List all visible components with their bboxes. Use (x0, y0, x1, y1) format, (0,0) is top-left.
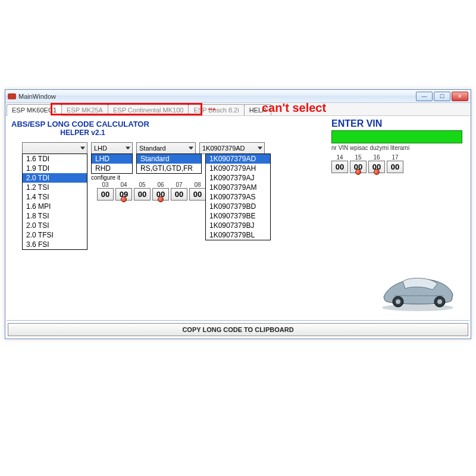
byte-value[interactable]: 00 (134, 188, 151, 201)
dropdown-option[interactable]: 1K0907379AM (206, 183, 270, 192)
copy-long-code-button[interactable]: COPY LONG CODE TO CLIPBOARD (8, 323, 468, 336)
engine-dropdown[interactable]: 1.6 TDI1.9 TDI2.0 TDI1.2 TSI1.4 TSI1.6 M… (22, 154, 87, 250)
window-controls: — ☐ ✕ (415, 92, 468, 101)
drive-dropdown[interactable]: LHDRHD (91, 154, 133, 174)
byte-label: 16 (368, 154, 385, 161)
app-icon (8, 93, 16, 99)
byte-label: 14 (331, 154, 348, 161)
vin-label: ENTER VIN (331, 118, 382, 129)
vin-input[interactable] (331, 130, 462, 143)
dropdown-option[interactable]: 1.2 TSI (23, 183, 87, 192)
byte-value[interactable]: 00 (331, 161, 348, 173)
car-image (373, 265, 462, 312)
tab-esp-mk25a: ESP MK25A (61, 104, 108, 115)
dropdown-option[interactable]: 1K0907379AJ (206, 173, 270, 183)
dropdown-option[interactable]: 1.6 TDI (23, 154, 87, 164)
byte-label: 15 (350, 154, 367, 161)
byte-cell: 0500 (134, 181, 151, 201)
dropdown-option[interactable]: 1K0907379BD (206, 202, 270, 211)
main-window: MainWindow — ☐ ✕ ESP MK60EC1 ESP MK25A E… (5, 89, 471, 339)
chevron-down-icon (126, 147, 130, 150)
client-area: ABS/ESP LONG CODE CALCULATOR HELPER v2.1… (5, 116, 471, 339)
byte-value[interactable]: 00 (350, 161, 367, 173)
byte-value[interactable]: 00 (152, 188, 169, 201)
close-button[interactable]: ✕ (452, 92, 468, 101)
drive-combo-value: LHD (94, 145, 107, 152)
byte-label: 17 (387, 154, 403, 161)
dropdown-option[interactable]: 2.0 TSI (23, 221, 87, 230)
part-dropdown[interactable]: 1K0907379AD1K0907379AH1K0907379AJ1K09073… (205, 154, 271, 240)
byte-label: 04 (115, 181, 132, 188)
variant-dropdown[interactable]: StandardRS,GTI,GTD,FR (136, 154, 202, 174)
dropdown-option[interactable]: 2.0 TFSI (23, 230, 87, 240)
dropdown-option[interactable]: RHD (92, 164, 132, 173)
byte-cell: 0800 (189, 181, 206, 201)
tab-help[interactable]: HELP (244, 104, 272, 115)
byte-cell: 0700 (171, 181, 187, 201)
dropdown-option[interactable]: 1.9 TDI (23, 164, 87, 173)
window-title: MainWindow (18, 93, 415, 100)
dropdown-option[interactable]: 1K0907379BL (206, 230, 270, 240)
byte-value[interactable]: 00 (368, 161, 385, 173)
dropdown-option[interactable]: 1K0907379AS (206, 192, 270, 202)
dropdown-option[interactable]: LHD (92, 154, 132, 164)
variant-combo-value: Standard (139, 145, 166, 152)
separator (7, 320, 469, 321)
svg-point-2 (396, 299, 400, 304)
byte-value[interactable]: 00 (171, 188, 187, 201)
dropdown-option[interactable]: 1K0907379BE (206, 211, 270, 221)
dropdown-option[interactable]: 1.6 MPI (23, 202, 87, 211)
byte-cell: 1400 (331, 154, 348, 173)
byte-cell: 1500 (350, 154, 367, 173)
titlebar[interactable]: MainWindow — ☐ ✕ (5, 90, 471, 103)
byte-cell: 1600 (368, 154, 385, 173)
byte-cell: 1700 (387, 154, 403, 173)
byte-cell: 0600 (152, 181, 169, 201)
dropdown-option[interactable]: 1.4 TSI (23, 192, 87, 202)
dropdown-option[interactable]: 3.6 FSI (23, 240, 87, 249)
byte-group-right: 1400150016001700 (331, 154, 403, 173)
dropdown-option[interactable]: 2.0 TDI (23, 173, 87, 183)
drive-combo[interactable]: LHD (91, 142, 133, 154)
dropdown-option[interactable]: 1K0907379AD (206, 154, 270, 164)
dropdown-option[interactable]: Standard (137, 154, 201, 164)
byte-label: 07 (171, 181, 187, 188)
tab-esp-bosch-82i: ESP Bosch 8.2i (188, 104, 244, 115)
part-combo[interactable]: 1K0907379AD (199, 142, 265, 154)
dropdown-option[interactable]: 1K0907379BJ (206, 221, 270, 230)
dropdown-option[interactable]: 1.8 TSI (23, 211, 87, 221)
chevron-down-icon (258, 147, 262, 150)
byte-value[interactable]: 00 (189, 188, 206, 201)
byte-value[interactable]: 00 (387, 161, 403, 173)
byte-label: 08 (189, 181, 206, 188)
vin-hint: nr VIN wpisac dużymi literami (331, 145, 409, 151)
tabstrip: ESP MK60EC1 ESP MK25A ESP Continental MK… (5, 103, 471, 116)
maximize-button[interactable]: ☐ (434, 92, 450, 101)
configure-note: configure it (91, 174, 120, 181)
byte-cell: 0409 (115, 181, 132, 201)
byte-value[interactable]: 09 (115, 188, 132, 201)
page-subtitle: HELPER v2.1 (11, 129, 154, 137)
tab-esp-continental-mk100: ESP Continental MK100 (108, 104, 189, 115)
dropdown-option[interactable]: RS,GTI,GTD,FR (137, 164, 201, 173)
page-title: ABS/ESP LONG CODE CALCULATOR (11, 120, 465, 129)
variant-combo[interactable]: Standard (136, 142, 196, 154)
minimize-button[interactable]: — (416, 92, 433, 101)
byte-label: 06 (152, 181, 169, 188)
byte-group-left: 030004090500060007000800 (97, 181, 206, 201)
byte-cell: 0300 (97, 181, 114, 201)
chevron-down-icon (189, 147, 193, 150)
svg-point-4 (437, 299, 442, 304)
part-combo-value: 1K0907379AD (202, 145, 245, 152)
engine-combo[interactable] (22, 142, 87, 154)
tab-esp-mk60ec1[interactable]: ESP MK60EC1 (7, 104, 62, 116)
byte-value[interactable]: 00 (97, 188, 114, 201)
byte-label: 03 (97, 181, 114, 188)
byte-label: 05 (134, 181, 151, 188)
dropdown-option[interactable]: 1K0907379AH (206, 164, 270, 173)
chevron-down-icon (80, 147, 85, 150)
